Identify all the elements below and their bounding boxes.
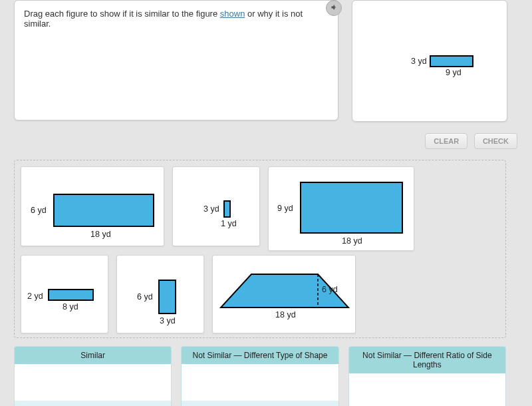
ref-width-label: 9 yd xyxy=(446,68,462,77)
prompt-panel: Drag each figure to show if it is simila… xyxy=(14,0,338,120)
tile-d-w: 8 yd xyxy=(63,302,78,311)
bucket-diff-ratio-body xyxy=(349,373,505,406)
bucket-diff-ratio-header: Not Similar — Different Ratio of Side Le… xyxy=(349,347,505,373)
tile-d-h: 2 yd xyxy=(27,292,43,301)
tile-2x8[interactable]: 2 yd 8 yd xyxy=(21,255,108,333)
tile-source-area: 6 yd 18 yd 3 yd 1 yd 9 yd 18 yd 2 yd 8 y… xyxy=(14,160,506,338)
tile-e-h: 6 yd xyxy=(137,292,153,302)
tile-c-rect xyxy=(300,182,403,234)
tile-9x18[interactable]: 9 yd 18 yd xyxy=(268,166,414,251)
bucket-similar-header: Similar xyxy=(15,347,171,364)
tile-3x1[interactable]: 3 yd 1 yd xyxy=(172,166,260,246)
bucket-diff-shape[interactable]: Not Similar — Different Type of Shape xyxy=(181,346,338,406)
ref-rect xyxy=(430,55,473,67)
tile-e-w: 3 yd xyxy=(160,316,176,325)
tile-6x18[interactable]: 6 yd 18 yd xyxy=(21,166,164,246)
ref-height-label: 3 yd xyxy=(411,57,427,66)
check-button[interactable]: CHECK xyxy=(474,133,517,149)
tile-trapezoid[interactable]: 6 yd 18 yd xyxy=(212,255,356,333)
prompt-text-pre: Drag each figure to show if it is simila… xyxy=(24,9,220,19)
clear-button[interactable]: CLEAR xyxy=(425,133,467,149)
bucket-diff-shape-header: Not Similar — Different Type of Shape xyxy=(182,347,338,364)
tile-a-rect xyxy=(53,194,154,227)
tile-c-h: 9 yd xyxy=(277,204,293,213)
tile-f-h: 6 yd xyxy=(322,285,338,294)
bucket-diff-shape-body xyxy=(182,364,338,401)
tile-b-rect xyxy=(223,200,231,218)
bucket-diff-ratio[interactable]: Not Similar — Different Ratio of Side Le… xyxy=(348,346,506,406)
tile-b-w: 1 yd xyxy=(221,219,237,228)
tile-a-w: 18 yd xyxy=(90,230,111,239)
tile-f-w: 18 yd xyxy=(275,310,296,319)
tile-d-rect xyxy=(48,289,94,301)
bucket-similar-body xyxy=(15,364,171,401)
bucket-similar[interactable]: Similar xyxy=(14,346,172,406)
tile-6x3[interactable]: 6 yd 3 yd xyxy=(116,255,204,333)
reference-panel: 3 yd 9 yd xyxy=(352,0,507,122)
tile-a-h: 6 yd xyxy=(31,206,47,215)
tile-b-h: 3 yd xyxy=(203,204,219,214)
speaker-icon xyxy=(330,3,338,13)
tile-e-rect xyxy=(158,280,176,314)
shown-link[interactable]: shown xyxy=(220,9,245,19)
audio-button[interactable] xyxy=(326,0,342,16)
tile-c-w: 18 yd xyxy=(342,236,362,246)
